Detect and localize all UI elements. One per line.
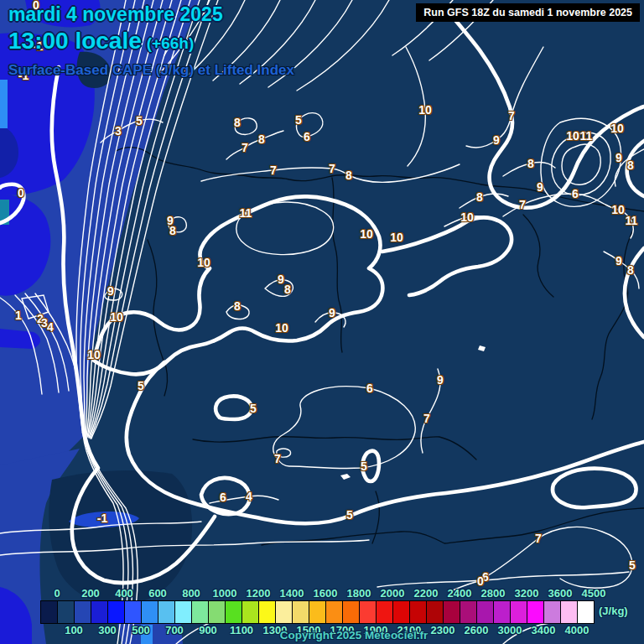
contour-label: 10 xyxy=(275,322,288,334)
contour-label: 7 xyxy=(508,110,515,122)
local-time: 13:00 locale xyxy=(8,28,142,54)
scale-cell xyxy=(124,600,142,624)
scale-tick-label: 3600 xyxy=(548,588,573,600)
scale-tick-label: 700 xyxy=(165,625,184,636)
scale-cell xyxy=(158,600,175,624)
scale-color-bar xyxy=(40,600,594,624)
contour-label: 8 xyxy=(284,283,291,295)
scale-cell xyxy=(258,600,276,624)
contour-label: 8 xyxy=(234,117,241,128)
contour-label: 7 xyxy=(519,199,526,210)
scale-cell xyxy=(527,600,544,624)
contour-label: 10 xyxy=(460,211,474,223)
contour-label: 10 xyxy=(566,130,579,142)
contour-label: 6 xyxy=(366,382,373,394)
contour-label: 7 xyxy=(423,413,430,424)
contour-label: 8 xyxy=(627,264,634,276)
contour-label: 0 xyxy=(477,575,484,587)
contour-label: 9 xyxy=(537,181,543,193)
scale-cell xyxy=(359,600,377,624)
contour-label: 3 xyxy=(115,125,122,137)
scale-tick-label: 200 xyxy=(81,588,100,600)
contour-label: 11 xyxy=(240,207,252,219)
scale-tick-label: 2200 xyxy=(414,588,439,600)
scale-cell xyxy=(493,600,511,624)
scale-cell xyxy=(443,600,460,624)
scale-cell xyxy=(91,600,108,624)
contour-label: 5 xyxy=(629,559,636,571)
scale-cell xyxy=(225,600,242,624)
contour-label: 9 xyxy=(615,152,622,164)
scale-cell xyxy=(107,600,125,624)
scale-cell xyxy=(510,600,527,624)
scale-tick-label: 400 xyxy=(115,588,133,600)
contour-label: 6 xyxy=(304,131,310,143)
parameter-title: Surface-Based CAPE (J/kg) et Lifted Inde… xyxy=(8,62,294,79)
contour-label: 9 xyxy=(437,374,444,386)
scale-cell xyxy=(392,600,410,624)
scale-cell xyxy=(476,600,494,624)
contour-label: 7 xyxy=(242,142,248,153)
forecast-offset: (+66h) xyxy=(147,34,195,52)
contour-label: 5 xyxy=(295,114,302,126)
contour-label: 9 xyxy=(278,273,284,285)
scale-tick-label: 1000 xyxy=(213,588,237,600)
contour-label: 0 xyxy=(18,187,24,199)
contour-label: 7 xyxy=(535,532,542,544)
scale-cell xyxy=(460,600,477,624)
scale-cell xyxy=(376,600,393,624)
scale-tick-label: 900 xyxy=(199,625,217,636)
scale-cell xyxy=(409,600,427,624)
contour-label: 7 xyxy=(329,163,335,174)
contour-label: 5 xyxy=(250,402,257,414)
scale-tick-label: 500 xyxy=(132,625,150,636)
scale-tick-label: 800 xyxy=(182,588,200,600)
scale-tick-label: 1200 xyxy=(247,588,271,600)
scale-tick-label: 2800 xyxy=(481,588,506,600)
contour-label: 10 xyxy=(197,257,210,268)
contour-label: 8 xyxy=(258,133,265,145)
contour-label: 9 xyxy=(615,255,622,267)
scale-tick-label: 2600 xyxy=(465,625,489,636)
scale-cell xyxy=(292,600,309,624)
contour-label: 5 xyxy=(136,115,143,127)
scale-cell xyxy=(191,600,209,624)
contour-label: 5 xyxy=(346,509,353,521)
contour-label: 10 xyxy=(611,204,625,216)
scale-tick-label: 600 xyxy=(148,588,167,600)
contour-label: 9 xyxy=(329,307,335,319)
unit-label: (J/kg) xyxy=(599,605,628,617)
scale-cell xyxy=(208,600,226,624)
scale-tick-label: 3000 xyxy=(498,625,522,636)
scale-cell xyxy=(543,600,561,624)
contour-label: 8 xyxy=(527,158,534,169)
scale-tick-label: 100 xyxy=(65,625,83,636)
contour-label: 10 xyxy=(610,122,624,134)
scale-cell xyxy=(74,600,91,624)
copyright-text: Copyright 2025 Meteociel.fr xyxy=(280,629,428,641)
scale-cell xyxy=(57,600,75,624)
scale-tick-label: 3200 xyxy=(515,588,539,600)
scale-cell xyxy=(309,600,326,624)
contour-label: 6 xyxy=(220,491,226,503)
map-header: mardi 4 novembre 2025 13:00 locale(+66h)… xyxy=(8,3,294,79)
contour-label: 7 xyxy=(274,453,281,465)
contour-label: 10 xyxy=(418,104,432,116)
scale-cell xyxy=(174,600,192,624)
scale-cell xyxy=(342,600,360,624)
contour-label: 8 xyxy=(345,169,352,181)
contour-label: 9 xyxy=(493,134,500,146)
scale-tick-label: 4500 xyxy=(582,588,606,600)
scale-cell xyxy=(275,600,293,624)
contour-label: 5 xyxy=(361,460,367,472)
contour-label: 10 xyxy=(110,311,123,323)
scale-cell xyxy=(242,600,259,624)
scale-tick-label: 2300 xyxy=(431,625,455,636)
scale-cell xyxy=(325,600,343,624)
contour-label: 11 xyxy=(580,130,593,142)
contour-label: 8 xyxy=(627,159,634,171)
scale-cell xyxy=(560,600,578,624)
scale-tick-label: 1800 xyxy=(347,588,371,600)
weather-map-canvas xyxy=(0,0,644,644)
contour-label: 9 xyxy=(107,285,114,297)
